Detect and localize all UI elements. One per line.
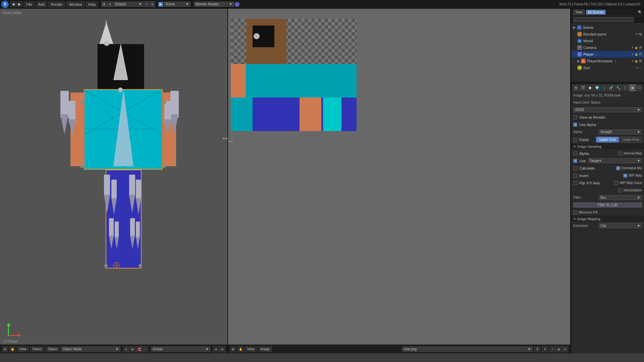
outliner-item-player[interactable]: P Player | 👁 🔒 🎬 [571, 51, 644, 58]
outliner-search-input[interactable] [573, 17, 634, 22]
all-scenes-btn[interactable]: All Scenes [586, 10, 606, 15]
filename-dropdown[interactable]: char.png ▼ [402, 347, 533, 352]
outliner-item-renderlayers[interactable]: R RenderLayers 👁 📷 [571, 31, 644, 38]
sun-icon2[interactable]: ⊙ [640, 66, 642, 69]
filter-dropdown[interactable]: Box ▼ [599, 195, 642, 200]
prop-scene-btn[interactable]: ⊞ [573, 84, 579, 91]
outliner-item-camera[interactable]: 📷 Camera 👁 🔒 🎬 [571, 44, 644, 51]
layout-plus-btn[interactable]: + [144, 1, 149, 7]
upper-first-btn[interactable]: Upper First [596, 137, 619, 142]
layout-minus-btn[interactable]: ✕ [150, 1, 155, 7]
uv-view-btn[interactable]: View [245, 347, 257, 352]
player-eye[interactable]: 👁 [631, 53, 634, 56]
fields-check[interactable] [573, 138, 577, 142]
prop-object-btn[interactable]: □ [601, 84, 607, 91]
uv-type-icon[interactable]: ⊞ [230, 346, 236, 352]
lower-leg-w1 [109, 218, 114, 237]
player-render[interactable]: 🎬 [639, 53, 642, 56]
object-menu-btn[interactable]: Object [45, 347, 60, 352]
prop-modifiers-btn[interactable]: 🔧 [615, 84, 622, 91]
interpolation-check[interactable] [618, 188, 622, 192]
calculate-check[interactable] [573, 166, 577, 170]
armature-eye[interactable]: 👁 [631, 60, 634, 63]
camera-render[interactable]: 🎬 [639, 46, 642, 49]
prop-texture-btn[interactable]: ⬡ [636, 84, 643, 91]
color-space-dropdown[interactable]: sRGB ▼ [573, 107, 642, 112]
alpha-dropdown[interactable]: Straight ▼ [599, 129, 642, 134]
file-menu[interactable]: File [24, 1, 35, 7]
alpha-sampling-check[interactable] [573, 152, 577, 156]
manipulator-icon[interactable]: ⊕ [219, 346, 225, 352]
camera-lock[interactable]: 🔒 [635, 46, 638, 49]
uv-ctrl3[interactable]: ⊙ [562, 346, 568, 352]
sun-eye[interactable]: 👁 [636, 66, 639, 69]
extension-dropdown[interactable]: Clip ▼ [599, 223, 642, 228]
img-pin-icon[interactable]: F [542, 346, 548, 352]
filter-size-field[interactable]: Filter Si: 1.00 [573, 202, 642, 207]
sculpt-icon[interactable]: ~ [142, 346, 148, 352]
renderlayers-eye[interactable]: 👁 [635, 33, 638, 36]
mip-map-gaus-check[interactable] [614, 181, 618, 185]
derivative-check[interactable] [616, 166, 620, 170]
3d-canvas[interactable]: X Z (1) Player ⟺ [0, 9, 227, 353]
select-menu-btn[interactable]: Select [30, 347, 44, 352]
layout-expand-btn[interactable]: ⊞ [101, 1, 107, 7]
viewport-mode-icon[interactable]: 🖐 [9, 346, 15, 352]
prop-layer-btn[interactable]: ◼ [587, 84, 593, 91]
snap-icon[interactable]: 🧲 [136, 346, 142, 352]
search-icon[interactable]: 🔍 [638, 10, 642, 14]
frame-number[interactable]: 3 [534, 347, 541, 352]
outliner-item-playerarmature[interactable]: ▶ A PlayerArmature | 👁 🔒 🎬 [571, 58, 644, 64]
prop-data-btn[interactable]: ▽ [622, 84, 629, 91]
player-lock[interactable]: 🔒 [635, 53, 638, 56]
tangent-dropdown[interactable]: Tangent ▼ [588, 158, 642, 163]
help-menu[interactable]: Help [86, 1, 98, 7]
prop-edit-icon[interactable]: ● [213, 346, 219, 352]
global-dropdown[interactable]: Global ▼ [151, 347, 210, 352]
layout-dropdown[interactable]: Default ▼ [113, 2, 144, 7]
viewport-left[interactable]: Front Ortho [0, 9, 228, 353]
prop-material-btn[interactable]: ◉ [629, 84, 636, 91]
render-menu[interactable]: Render [48, 1, 65, 7]
lower-first-btn[interactable]: Lower First [620, 137, 642, 142]
uv-ctrl1[interactable]: + [549, 346, 555, 352]
add-menu[interactable]: Add [36, 1, 47, 7]
armature-lock[interactable]: 🔒 [635, 60, 638, 63]
use-alpha-check[interactable] [573, 123, 577, 127]
view-menu-btn[interactable]: View [17, 347, 29, 352]
mip-map-check[interactable] [623, 174, 627, 178]
pivot-icon[interactable]: ⊙ [123, 346, 129, 352]
min-filt-check[interactable] [573, 210, 577, 215]
nav-fwd-btn[interactable]: ▶ [16, 1, 22, 7]
viewport-type-icon[interactable]: ⊞ [2, 346, 8, 352]
nav-back-btn[interactable]: ◀ [10, 1, 16, 7]
outliner-item-sun[interactable]: ☀ Sun 👁 ⊙ [571, 64, 644, 71]
prop-constraints-btn[interactable]: 🔗 [608, 84, 614, 91]
uv-mode-icon[interactable]: ✋ [237, 346, 244, 352]
window-menu[interactable]: Window [66, 1, 84, 7]
prop-world-btn[interactable]: 🌍 [594, 84, 600, 91]
normal-map-check[interactable] [619, 152, 623, 156]
viewport-right[interactable]: ⟺ ⊞ ✋ View Image char.png ▼ 3 F + ⊞ ⊙ [228, 9, 571, 353]
camera-eye[interactable]: 👁 [631, 46, 634, 49]
layout-collapse-btn[interactable]: ✕ [107, 1, 113, 7]
scene-dropdown[interactable]: Scene ▼ [164, 2, 191, 7]
invert-check[interactable] [573, 174, 577, 178]
outliner-item-world[interactable]: W World [571, 38, 644, 44]
uv-image-btn[interactable]: Image [258, 347, 272, 352]
view-tab[interactable]: View [573, 10, 585, 15]
mode-dropdown[interactable]: Object Mode ▼ [61, 347, 120, 352]
flip-xy-check[interactable] [573, 181, 577, 185]
renderlayers-icon2[interactable]: 📷 [639, 33, 642, 36]
uv-ctrl2[interactable]: ⊞ [556, 346, 562, 352]
render-engine-dropdown[interactable]: Blender Render ▼ [194, 2, 234, 7]
armature-render[interactable]: 🎬 [639, 60, 642, 63]
image-sampling-header[interactable]: ▼ Image Sampling [571, 144, 644, 150]
uv-display-area[interactable] [228, 9, 570, 345]
view-as-render-check[interactable] [573, 115, 577, 119]
outliner-item-scene[interactable]: ▶ S Scene [571, 24, 644, 31]
image-mapping-header[interactable]: ▼ Image Mapping [571, 216, 644, 222]
prop-render-btn[interactable]: 🎬 [580, 84, 586, 91]
layer-icon[interactable]: ⊞ [129, 346, 136, 352]
use-check[interactable] [573, 159, 577, 163]
